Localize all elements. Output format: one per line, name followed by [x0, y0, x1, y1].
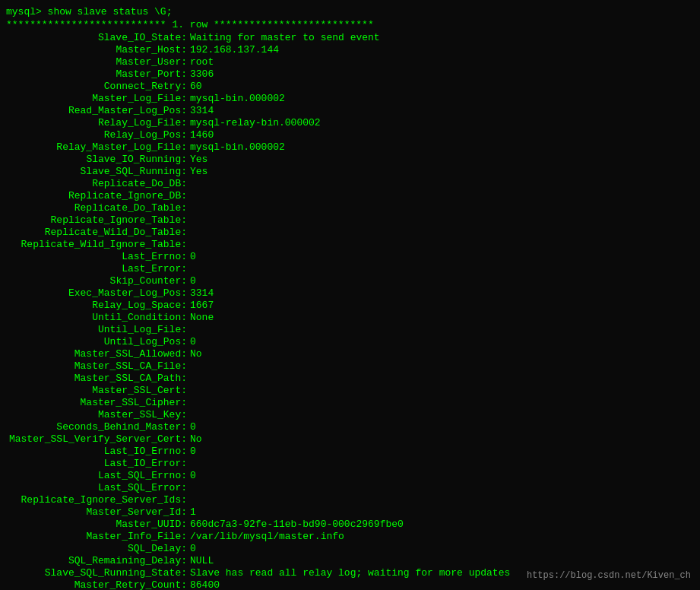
field-value: No [188, 348, 202, 360]
prompt-line: mysql> show slave status \G; [6, 6, 694, 17]
field-name: Master_SSL_CA_File: [6, 360, 188, 372]
field-value: 0 [188, 251, 196, 262]
field-value: mysql-bin.000002 [188, 141, 285, 153]
table-row: Relay_Master_Log_File: mysql-bin.000002 [6, 141, 694, 153]
field-value: None [188, 312, 214, 323]
terminal: mysql> show slave status \G; ***********… [6, 6, 694, 584]
field-name: Slave_IO_Running: [6, 154, 188, 165]
field-name: Connect_Retry: [6, 81, 188, 92]
field-value: 0 [188, 470, 196, 481]
table-row: Last_IO_Error: [6, 458, 694, 469]
field-value: 60 [188, 81, 202, 92]
table-row: Master_UUID: 660dc7a3-92fe-11eb-bd90-000… [6, 519, 694, 530]
field-name: Replicate_Do_DB: [6, 178, 188, 189]
table-row: SQL_Delay: 0 [6, 543, 694, 554]
watermark: https://blog.csdn.net/Kiven_ch [527, 570, 691, 581]
table-row: Until_Condition: None [6, 312, 694, 323]
field-name: Relay_Log_Pos: [6, 129, 188, 141]
field-value: Slave has read all relay log; waiting fo… [188, 567, 510, 579]
table-row: SQL_Remaining_Delay: NULL [6, 555, 694, 566]
field-value: 86400 [188, 579, 220, 590]
table-row: Master_Retry_Count: 86400 [6, 579, 694, 590]
field-name: Last_Errno: [6, 251, 188, 262]
table-row: Master_SSL_CA_Path: [6, 373, 694, 384]
field-name: Master_Log_File: [6, 93, 188, 104]
table-row: Until_Log_File: [6, 324, 694, 335]
table-row: Master_SSL_Key: [6, 409, 694, 420]
field-value: Yes [188, 166, 207, 177]
field-name: Last_Error: [6, 263, 188, 274]
table-row: Last_SQL_Error: [6, 482, 694, 493]
table-row: Master_SSL_Allowed: No [6, 348, 694, 360]
field-name: Master_SSL_Allowed: [6, 348, 188, 360]
field-value: NULL [188, 555, 214, 566]
field-value [188, 214, 190, 226]
field-name: Slave_IO_State: [6, 32, 188, 43]
table-row: Master_SSL_Cert: [6, 385, 694, 396]
table-row: Replicate_Ignore_DB: [6, 190, 694, 201]
field-value [188, 397, 190, 408]
table-row: Last_Errno: 0 [6, 251, 694, 262]
field-name: SQL_Remaining_Delay: [6, 555, 188, 566]
field-value: 1667 [188, 300, 214, 311]
field-value: No [188, 433, 202, 445]
field-value: 660dc7a3-92fe-11eb-bd90-000c2969fbe0 [188, 519, 404, 530]
field-value: Yes [188, 154, 207, 165]
table-row: Master_Port: 3306 [6, 68, 694, 80]
field-value [188, 190, 190, 201]
table-row: Until_Log_Pos: 0 [6, 336, 694, 347]
table-row: Master_User: root [6, 56, 694, 68]
table-row: Slave_IO_State: Waiting for master to se… [6, 32, 694, 43]
field-value [188, 227, 190, 238]
field-name: Master_Info_File: [6, 531, 188, 542]
table-row: Seconds_Behind_Master: 0 [6, 421, 694, 433]
table-row: Replicate_Do_DB: [6, 178, 694, 189]
field-value: 0 [188, 543, 196, 554]
table-row: Replicate_Wild_Ignore_Table: [6, 239, 694, 250]
field-name: SQL_Delay: [6, 543, 188, 554]
field-value [188, 239, 190, 250]
table-row: Relay_Log_Space: 1667 [6, 300, 694, 311]
field-name: Master_Host: [6, 44, 188, 56]
field-value: mysql-relay-bin.000002 [188, 117, 321, 128]
field-name: Master_UUID: [6, 519, 188, 530]
field-value: 1460 [188, 129, 214, 141]
field-value: /var/lib/mysql/master.info [188, 531, 344, 542]
table-row: Replicate_Wild_Do_Table: [6, 227, 694, 238]
field-value: 0 [188, 275, 196, 287]
table-row: Master_SSL_CA_File: [6, 360, 694, 372]
table-row: Connect_Retry: 60 [6, 81, 694, 92]
field-name: Read_Master_Log_Pos: [6, 105, 188, 116]
table-row: Master_Log_File: mysql-bin.000002 [6, 93, 694, 104]
field-name: Master_User: [6, 56, 188, 68]
field-value: 0 [188, 421, 196, 433]
table-row: Slave_IO_Running: Yes [6, 154, 694, 165]
table-row: Last_IO_Errno: 0 [6, 446, 694, 457]
field-name: Skip_Counter: [6, 275, 188, 287]
table-row: Relay_Log_Pos: 1460 [6, 129, 694, 141]
field-value [188, 263, 190, 274]
table-row: Master_SSL_Verify_Server_Cert: No [6, 433, 694, 445]
field-name: Slave_SQL_Running_State: [6, 567, 188, 579]
field-value: 3314 [188, 287, 214, 299]
field-value: mysql-bin.000002 [188, 93, 285, 104]
table-row: Replicate_Ignore_Table: [6, 214, 694, 226]
field-name: Seconds_Behind_Master: [6, 421, 188, 433]
field-name: Master_Port: [6, 68, 188, 80]
field-value [188, 482, 190, 493]
field-value [188, 385, 190, 396]
field-value [188, 494, 190, 506]
table-row: Exec_Master_Log_Pos: 3314 [6, 287, 694, 299]
table-row: Slave_SQL_Running: Yes [6, 166, 694, 177]
field-name: Master_SSL_Verify_Server_Cert: [6, 433, 188, 445]
field-name: Master_Retry_Count: [6, 579, 188, 590]
field-name: Master_SSL_Cert: [6, 385, 188, 396]
field-value [188, 373, 190, 384]
table-row: Master_Host: 192.168.137.144 [6, 44, 694, 56]
field-value: 1 [188, 506, 196, 518]
table-row: Master_SSL_Cipher: [6, 397, 694, 408]
field-name: Replicate_Do_Table: [6, 202, 188, 214]
field-name: Slave_SQL_Running: [6, 166, 188, 177]
field-name: Last_SQL_Error: [6, 482, 188, 493]
field-name: Until_Log_Pos: [6, 336, 188, 347]
